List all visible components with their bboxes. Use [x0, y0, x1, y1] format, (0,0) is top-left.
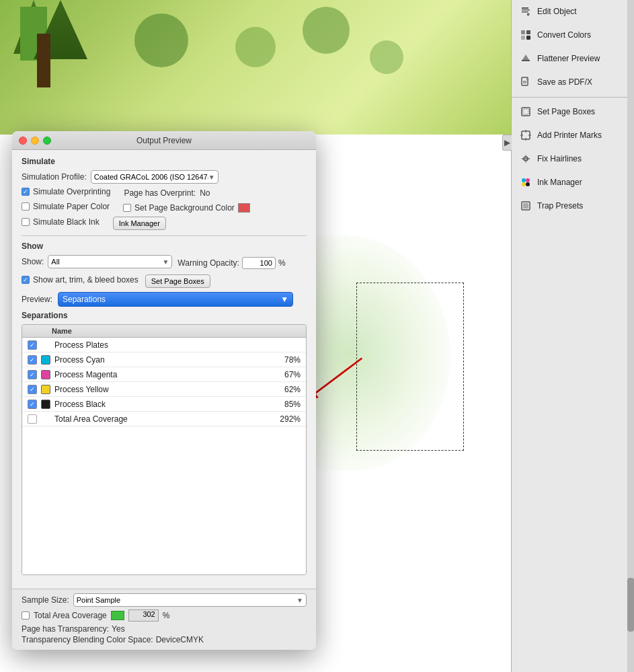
svg-rect-2	[522, 7, 528, 9]
panel-collapse-button[interactable]: ▶	[502, 135, 512, 151]
total-area-value-input[interactable]: 302	[128, 609, 159, 622]
sep-row-total-coverage[interactable]: Total Area Coverage 292%	[22, 412, 306, 426]
simulate-black-ink-label: Simulate Black Ink	[33, 217, 100, 227]
blob-3	[303, 7, 350, 54]
sidebar-item-trap-presets[interactable]: Trap Presets	[512, 194, 634, 218]
preview-select[interactable]: Separations ▼	[58, 292, 293, 307]
sep-color-magenta	[41, 370, 50, 379]
warning-opacity-input[interactable]	[242, 257, 276, 269]
ink-manager-button[interactable]: Ink Manager	[113, 217, 166, 230]
blob-2	[235, 27, 276, 67]
transparency-blending-row: Transparency Blending Color Space: Devic…	[22, 635, 307, 644]
show-select-arrow: ▼	[162, 258, 169, 266]
total-area-coverage-label: Total Area Coverage	[34, 611, 107, 620]
svg-rect-3	[522, 9, 530, 11]
set-page-boxes-button[interactable]: Set Page Boxes	[145, 274, 210, 288]
maximize-button[interactable]	[43, 137, 51, 145]
traffic-lights	[19, 137, 51, 145]
preview-row: Preview: Separations ▼	[22, 292, 307, 307]
page-has-transparency-label: Page has Transparency:	[22, 624, 109, 634]
panel-scrollbar[interactable]	[627, 0, 634, 672]
sep-row-process-black[interactable]: ✓ Process Black 85%	[22, 397, 306, 412]
name-column-header: Name	[52, 327, 72, 335]
canvas-image	[0, 0, 511, 135]
sidebar-item-save-as-pdfx[interactable]: Save as PDF/X	[512, 71, 634, 94]
sep-row-process-yellow[interactable]: ✓ Process Yellow 62%	[22, 382, 306, 397]
show-section-label: Show	[22, 241, 307, 251]
transparency-blending-label: Transparency Blending Color Space:	[22, 635, 153, 644]
sidebar-item-set-page-boxes[interactable]: Set Page Boxes	[512, 100, 634, 124]
bottom-section: Sample Size: Point Sample ▼ Total Area C…	[12, 589, 316, 650]
page-has-transparency-value: Yes	[112, 624, 125, 634]
warning-opacity-label: Warning Opacity:	[177, 258, 239, 268]
sep-value-process-magenta: 67%	[267, 370, 301, 379]
right-panel: ▶ Edit Object Convert Colors Flattener P…	[511, 0, 634, 672]
simulate-section-label: Simulate	[22, 157, 307, 166]
sep-row-process-magenta[interactable]: ✓ Process Magenta 67%	[22, 367, 306, 382]
total-area-color-swatch	[111, 611, 124, 620]
sidebar-item-fix-hairlines[interactable]: Fix Hairlines	[512, 147, 634, 171]
sep-empty-area	[22, 426, 306, 574]
sep-color-total	[41, 414, 50, 424]
sidebar-item-label-set-page-boxes: Set Page Boxes	[537, 107, 595, 116]
simulate-overprinting-row: ✓ Simulate Overprinting	[22, 187, 110, 196]
simulate-paper-color-label: Simulate Paper Color	[33, 202, 110, 211]
sample-size-value: Point Sample	[77, 596, 120, 604]
bg-color-swatch[interactable]	[238, 203, 250, 213]
sep-checkbox-process-cyan[interactable]: ✓	[28, 355, 37, 365]
simulate-overprinting-checkbox[interactable]: ✓	[22, 188, 30, 196]
svg-rect-10	[526, 36, 530, 40]
sep-name-process-plates: Process Plates	[54, 340, 267, 350]
sidebar-item-flattener-preview[interactable]: Flattener Preview	[512, 47, 634, 71]
sep-name-process-cyan: Process Cyan	[54, 355, 267, 365]
sidebar-item-add-printer-marks[interactable]: Add Printer Marks	[512, 124, 634, 147]
simulate-black-ink-checkbox[interactable]	[22, 218, 30, 226]
simulate-paper-color-row: Simulate Paper Color	[22, 202, 110, 211]
sep-value-total-coverage: 292%	[267, 414, 301, 424]
sidebar-item-label-fix-hairlines: Fix Hairlines	[537, 154, 582, 163]
separations-table: Name ✓ Process Plates ✓ Process Cyan 78%…	[22, 324, 307, 575]
simulate-black-ink-row: Simulate Black Ink	[22, 217, 100, 227]
set-page-bg-color-checkbox[interactable]	[123, 204, 131, 212]
svg-point-28	[526, 178, 530, 182]
show-art-trim-checkbox[interactable]: ✓	[22, 276, 30, 284]
preview-value: Separations	[63, 295, 106, 304]
total-area-coverage-row: Total Area Coverage 302 %	[22, 609, 307, 622]
sidebar-item-label-save-as-pdfx: Save as PDF/X	[537, 77, 592, 87]
sidebar-item-ink-manager[interactable]: Ink Manager	[512, 171, 634, 194]
close-button[interactable]	[19, 137, 27, 145]
simulate-paper-color-checkbox[interactable]	[22, 202, 30, 211]
simulation-profile-arrow: ▼	[208, 174, 215, 181]
sep-row-process-cyan[interactable]: ✓ Process Cyan 78%	[22, 352, 306, 367]
output-preview-dialog: Output Preview Simulate Simulation Profi…	[12, 131, 316, 650]
sep-row-process-plates[interactable]: ✓ Process Plates	[22, 338, 306, 352]
sidebar-item-label-ink-manager: Ink Manager	[537, 178, 582, 187]
svg-point-29	[522, 182, 526, 186]
minimize-button[interactable]	[31, 137, 39, 145]
sidebar-item-convert-colors[interactable]: Convert Colors	[512, 24, 634, 47]
svg-rect-6	[527, 13, 528, 15]
sidebar-item-edit-object[interactable]: Edit Object	[512, 0, 634, 24]
sep-checkbox-total[interactable]	[28, 414, 37, 424]
sample-size-select[interactable]: Point Sample ▼	[73, 593, 307, 607]
svg-rect-18	[523, 109, 528, 114]
set-page-bg-color-label: Set Page Background Color	[134, 203, 235, 213]
separator-1	[22, 235, 307, 236]
sidebar-item-label-add-printer-marks: Add Printer Marks	[537, 130, 602, 140]
total-area-checkbox[interactable]	[22, 611, 30, 620]
sep-color-cyan	[41, 355, 50, 365]
show-art-trim-label: Show art, trim, & bleed boxes	[33, 275, 138, 285]
simulation-profile-select[interactable]: Coated GRACoL 2006 (ISO 12647-2:200... ▼	[91, 170, 219, 184]
trap-icon	[520, 200, 532, 212]
scrollbar-thumb[interactable]	[627, 578, 634, 632]
total-area-unit: %	[163, 611, 170, 620]
sep-checkbox-process-yellow[interactable]: ✓	[28, 385, 37, 394]
sep-checkbox-process-magenta[interactable]: ✓	[28, 370, 37, 379]
sep-checkbox-process-black[interactable]: ✓	[28, 400, 37, 409]
sep-checkbox-process-plates[interactable]: ✓	[28, 340, 37, 350]
sidebar-item-label-convert-colors: Convert Colors	[537, 30, 591, 40]
show-select[interactable]: All ▼	[48, 255, 172, 268]
simulate-overprinting-label: Simulate Overprinting	[33, 187, 110, 196]
blob-4	[370, 40, 403, 74]
page-has-overprint-label: Page has Overprint:	[124, 188, 196, 198]
